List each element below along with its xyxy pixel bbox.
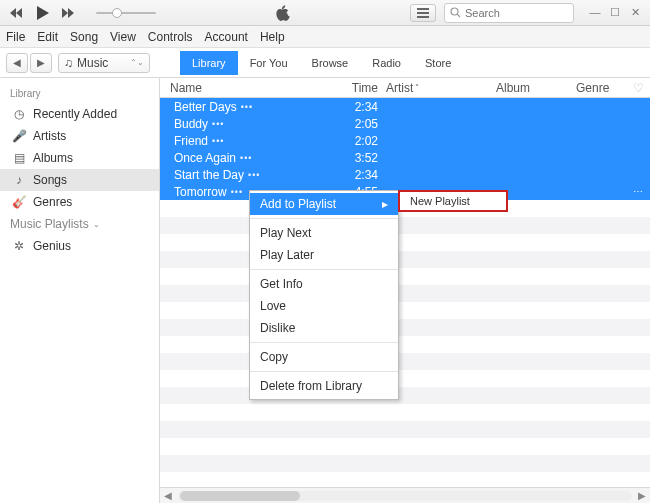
maximize-button[interactable]: ☐ bbox=[608, 6, 622, 19]
tab-for-you[interactable]: For You bbox=[238, 51, 300, 75]
ctx-new-playlist[interactable]: New Playlist bbox=[400, 191, 506, 211]
sidebar-item-label: Genius bbox=[33, 239, 71, 253]
tab-store[interactable]: Store bbox=[413, 51, 463, 75]
track-time: 2:02 bbox=[338, 134, 386, 148]
menu-view[interactable]: View bbox=[110, 30, 136, 44]
empty-row bbox=[160, 302, 650, 319]
sidebar-item-artists[interactable]: 🎤Artists bbox=[0, 125, 159, 147]
track-row[interactable]: Better Days •••2:34 bbox=[160, 98, 650, 115]
ctx-label: Love bbox=[260, 299, 286, 313]
sidebar-item-label: Recently Added bbox=[33, 107, 117, 121]
dropdown-arrows-icon: ⌃⌄ bbox=[130, 58, 144, 67]
track-row[interactable]: Buddy •••2:05 bbox=[160, 115, 650, 132]
more-icon[interactable]: ••• bbox=[248, 170, 260, 180]
sidebar-item-genius[interactable]: ✲Genius bbox=[0, 235, 159, 257]
heart-icon: ♡ bbox=[633, 81, 644, 95]
ctx-dislike[interactable]: Dislike bbox=[250, 317, 398, 339]
col-genre[interactable]: Genre bbox=[576, 81, 626, 95]
sidebar-item-label: Genres bbox=[33, 195, 72, 209]
sidebar-item-genres[interactable]: 🎸Genres bbox=[0, 191, 159, 213]
ctx-love[interactable]: Love bbox=[250, 295, 398, 317]
tab-library[interactable]: Library bbox=[180, 51, 238, 75]
empty-row bbox=[160, 285, 650, 302]
previous-button[interactable] bbox=[8, 4, 26, 22]
search-field[interactable] bbox=[444, 3, 574, 23]
more-icon[interactable]: ••• bbox=[240, 153, 252, 163]
empty-row bbox=[160, 251, 650, 268]
col-time[interactable]: Time bbox=[338, 81, 386, 95]
context-menu: Add to Playlist▸Play NextPlay LaterGet I… bbox=[249, 190, 399, 400]
ctx-label: Delete from Library bbox=[260, 379, 362, 393]
col-cloud[interactable]: ♡ bbox=[626, 81, 650, 95]
source-dropdown[interactable]: ♫ Music ⌃⌄ bbox=[58, 53, 150, 73]
menu-edit[interactable]: Edit bbox=[37, 30, 58, 44]
ctx-label: Play Next bbox=[260, 226, 311, 240]
menu-file[interactable]: File bbox=[6, 30, 25, 44]
sidebar: Library ◷Recently Added🎤Artists▤Albums♪S… bbox=[0, 78, 160, 503]
ctx-add-to-playlist[interactable]: Add to Playlist▸ bbox=[250, 193, 398, 215]
more-icon[interactable]: ••• bbox=[212, 136, 224, 146]
ctx-copy[interactable]: Copy bbox=[250, 346, 398, 368]
sidebar-item-label: Artists bbox=[33, 129, 66, 143]
ctx-play-later[interactable]: Play Later bbox=[250, 244, 398, 266]
genius-icon: ✲ bbox=[12, 239, 26, 253]
ctx-delete-from-library[interactable]: Delete from Library bbox=[250, 375, 398, 397]
menu-song[interactable]: Song bbox=[70, 30, 98, 44]
context-submenu: New Playlist bbox=[398, 190, 508, 212]
ctx-label: Add to Playlist bbox=[260, 197, 336, 211]
sidebar-item-recently-added[interactable]: ◷Recently Added bbox=[0, 103, 159, 125]
ctx-label: Play Later bbox=[260, 248, 314, 262]
col-artist[interactable]: Artist ˄ bbox=[386, 81, 496, 95]
more-icon[interactable]: ••• bbox=[212, 119, 224, 129]
source-label: Music bbox=[77, 56, 108, 70]
minimize-button[interactable]: — bbox=[588, 6, 602, 19]
column-headers: Name Time Artist ˄ Album Genre ♡ bbox=[160, 78, 650, 98]
empty-row bbox=[160, 268, 650, 285]
sidebar-playlists-header[interactable]: Music Playlists ⌄ bbox=[0, 213, 159, 235]
play-button[interactable] bbox=[34, 4, 52, 22]
empty-row bbox=[160, 472, 650, 487]
empty-row bbox=[160, 217, 650, 234]
col-album[interactable]: Album bbox=[496, 81, 576, 95]
ctx-separator bbox=[250, 269, 398, 270]
empty-row bbox=[160, 404, 650, 421]
tab-browse[interactable]: Browse bbox=[300, 51, 361, 75]
more-icon[interactable]: ••• bbox=[241, 102, 253, 112]
sidebar-item-albums[interactable]: ▤Albums bbox=[0, 147, 159, 169]
scroll-left-button[interactable]: ◀ bbox=[160, 490, 176, 501]
sidebar-item-songs[interactable]: ♪Songs bbox=[0, 169, 159, 191]
guitar-icon: 🎸 bbox=[12, 195, 26, 209]
next-button[interactable] bbox=[60, 4, 78, 22]
scroll-thumb[interactable] bbox=[180, 491, 300, 501]
col-name[interactable]: Name bbox=[160, 81, 338, 95]
track-name: Friend bbox=[174, 134, 208, 148]
track-row[interactable]: Start the Day •••2:34 bbox=[160, 166, 650, 183]
ctx-label: Get Info bbox=[260, 277, 303, 291]
menu-account[interactable]: Account bbox=[205, 30, 248, 44]
forward-button[interactable]: ▶ bbox=[30, 53, 52, 73]
ctx-separator bbox=[250, 371, 398, 372]
close-button[interactable]: ✕ bbox=[628, 6, 642, 19]
menu-controls[interactable]: Controls bbox=[148, 30, 193, 44]
track-row[interactable]: Friend •••2:02 bbox=[160, 132, 650, 149]
window-buttons: — ☐ ✕ bbox=[588, 6, 642, 19]
scroll-right-button[interactable]: ▶ bbox=[634, 490, 650, 501]
track-row[interactable]: Once Again •••3:52 bbox=[160, 149, 650, 166]
tab-radio[interactable]: Radio bbox=[360, 51, 413, 75]
scroll-track[interactable] bbox=[178, 491, 632, 501]
submenu-arrow-icon: ▸ bbox=[382, 197, 388, 211]
list-view-button[interactable] bbox=[410, 4, 436, 22]
ctx-play-next[interactable]: Play Next bbox=[250, 222, 398, 244]
empty-row bbox=[160, 438, 650, 455]
ctx-get-info[interactable]: Get Info bbox=[250, 273, 398, 295]
back-button[interactable]: ◀ bbox=[6, 53, 28, 73]
horizontal-scrollbar[interactable]: ◀ ▶ bbox=[160, 487, 650, 503]
svg-point-0 bbox=[451, 8, 458, 15]
ctx-label: Dislike bbox=[260, 321, 295, 335]
sidebar-item-label: Albums bbox=[33, 151, 73, 165]
volume-slider[interactable] bbox=[96, 12, 156, 14]
more-icon[interactable]: ••• bbox=[231, 187, 243, 197]
sidebar-playlists-label: Music Playlists bbox=[10, 217, 89, 231]
search-input[interactable] bbox=[465, 7, 568, 19]
menu-help[interactable]: Help bbox=[260, 30, 285, 44]
